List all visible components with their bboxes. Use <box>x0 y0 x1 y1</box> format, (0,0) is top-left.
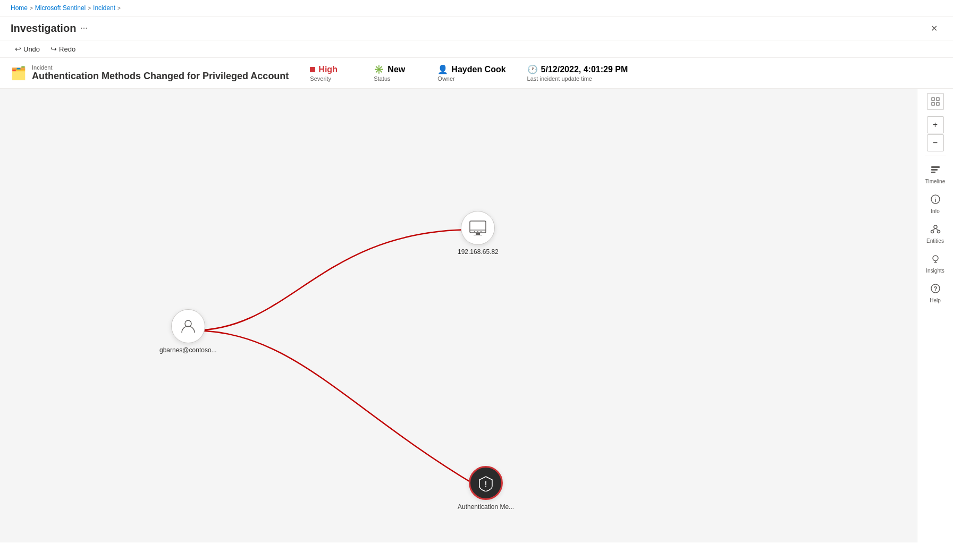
info-button[interactable]: i Info <box>922 190 949 218</box>
help-icon: ? <box>930 283 941 296</box>
zoom-group: + − <box>927 116 944 151</box>
svg-text:i: i <box>934 197 936 203</box>
help-label: Help <box>930 298 941 303</box>
redo-icon: ↪ <box>50 45 57 53</box>
severity-value: High <box>310 65 352 74</box>
undo-icon: ↩ <box>15 45 21 53</box>
breadcrumb-home[interactable]: Home <box>11 4 28 12</box>
insights-button[interactable]: Insights <box>922 250 949 277</box>
page-title: Investigation <box>11 22 76 35</box>
info-label: Info <box>931 208 940 214</box>
svg-rect-14 <box>931 169 938 171</box>
svg-point-18 <box>934 225 937 228</box>
user-node-circle <box>171 309 205 343</box>
timeline-button[interactable]: Timeline <box>922 160 949 188</box>
svg-rect-4 <box>474 235 482 235</box>
incident-title-section: 🗂️ Incident Authentication Methods Chang… <box>11 64 289 82</box>
breadcrumb-sentinel[interactable]: Microsoft Sentinel <box>35 4 86 12</box>
owner-item: 👤 Hayden Cook Owner <box>437 64 505 82</box>
ip-node-label: 192.168.65.82 <box>458 248 499 256</box>
time-item: 🕐 5/12/2022, 4:01:29 PM Last incident up… <box>527 64 628 82</box>
svg-line-22 <box>935 228 939 231</box>
breadcrumb: Home > Microsoft Sentinel > Incident > <box>0 0 953 16</box>
svg-rect-9 <box>932 98 934 100</box>
ip-node[interactable]: 192.168.65.82 <box>458 211 499 256</box>
breadcrumb-incident[interactable]: Incident <box>93 4 115 12</box>
ip-node-circle <box>461 211 495 245</box>
svg-rect-3 <box>476 233 480 235</box>
timeline-icon <box>930 164 941 177</box>
severity-dot <box>310 67 315 72</box>
toolbar: ↩ Undo ↪ Redo <box>0 40 953 58</box>
status-icon: ✳️ <box>374 64 384 74</box>
fit-view-button[interactable] <box>927 93 944 110</box>
redo-label: Redo <box>59 45 75 53</box>
svg-point-0 <box>185 320 191 327</box>
zoom-out-button[interactable]: − <box>927 134 944 151</box>
title-more-button[interactable]: ··· <box>80 23 87 33</box>
undo-label: Undo <box>23 45 40 53</box>
incident-title-group: Incident Authentication Methods Changed … <box>32 64 289 82</box>
svg-point-19 <box>931 231 933 233</box>
title-left: Investigation ··· <box>11 22 88 35</box>
owner-icon: 👤 <box>437 64 448 74</box>
svg-point-7 <box>480 231 482 232</box>
insights-label: Insights <box>926 268 944 274</box>
graph-area[interactable]: gbarnes@contoso... 192.168.65.82 <box>0 89 917 542</box>
alert-node-label: Authentication Me... <box>458 503 514 511</box>
svg-text:!: ! <box>485 480 487 488</box>
user-node[interactable]: gbarnes@contoso... <box>159 309 217 354</box>
svg-point-20 <box>937 231 940 233</box>
owner-value: 👤 Hayden Cook <box>437 64 505 74</box>
svg-rect-10 <box>937 98 939 100</box>
owner-label: Owner <box>437 75 505 82</box>
timeline-label: Timeline <box>925 179 945 184</box>
incident-icon: 🗂️ <box>11 66 27 81</box>
svg-point-6 <box>477 231 478 232</box>
svg-rect-13 <box>931 166 940 168</box>
svg-rect-12 <box>937 103 939 105</box>
zoom-in-button[interactable]: + <box>927 116 944 133</box>
alert-node[interactable]: ! Authentication Me... <box>458 466 514 511</box>
entities-icon <box>930 224 941 237</box>
severity-label: Severity <box>310 75 352 82</box>
undo-button[interactable]: ↩ Undo <box>11 43 44 55</box>
info-icon: i <box>930 194 941 207</box>
time-label: Last incident update time <box>527 75 628 82</box>
svg-rect-1 <box>470 221 486 233</box>
help-button[interactable]: ? Help <box>922 279 949 307</box>
status-value: ✳️ New <box>374 64 416 74</box>
breadcrumb-sep2: > <box>88 5 91 11</box>
svg-point-5 <box>474 231 475 232</box>
right-sidebar: + − Timeline i Info <box>917 89 953 542</box>
severity-item: High Severity <box>310 65 352 82</box>
breadcrumb-sep1: > <box>30 5 33 11</box>
alert-node-circle: ! <box>469 466 503 500</box>
user-node-label: gbarnes@contoso... <box>159 346 217 354</box>
entities-label: Entities <box>926 238 944 244</box>
redo-button[interactable]: ↪ Redo <box>46 43 80 55</box>
sidebar-divider-1 <box>925 156 946 156</box>
incident-bar: 🗂️ Incident Authentication Methods Chang… <box>0 58 953 89</box>
incident-title-text: Authentication Methods Changed for Privi… <box>32 71 289 82</box>
svg-line-21 <box>932 228 935 231</box>
svg-rect-15 <box>931 172 935 173</box>
insights-icon <box>930 253 941 267</box>
svg-text:?: ? <box>933 285 937 293</box>
incident-label: Incident <box>32 64 289 71</box>
time-value: 🕐 5/12/2022, 4:01:29 PM <box>527 64 628 74</box>
svg-rect-11 <box>932 103 934 105</box>
main-content: gbarnes@contoso... 192.168.65.82 <box>0 89 953 542</box>
entities-button[interactable]: Entities <box>922 220 949 248</box>
status-label: Status <box>374 75 416 82</box>
close-button[interactable]: ✕ <box>925 20 942 37</box>
clock-icon: 🕐 <box>527 64 538 74</box>
svg-point-23 <box>933 256 938 261</box>
title-bar: Investigation ··· ✕ <box>0 16 953 40</box>
status-item: ✳️ New Status <box>374 64 416 82</box>
breadcrumb-sep3: > <box>117 5 121 11</box>
